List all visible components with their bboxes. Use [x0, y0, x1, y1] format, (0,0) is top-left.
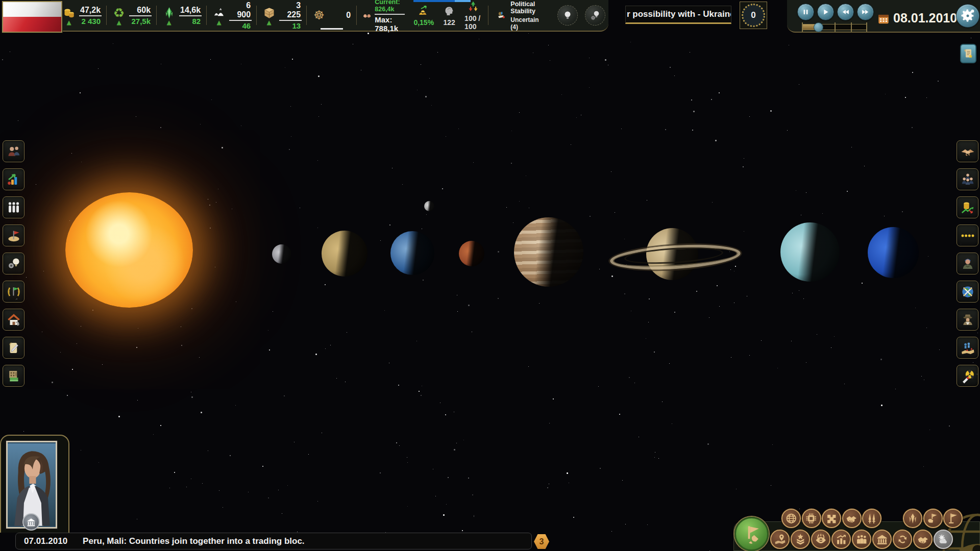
- star: [202, 483, 203, 484]
- mode-button-agreements[interactable]: [842, 509, 862, 528]
- star: [973, 362, 973, 363]
- event-ticker-text: r possibility with - Ukraine: [627, 9, 731, 19]
- sidebar-item-demographics[interactable]: [3, 196, 24, 218]
- planet-mercury[interactable]: [272, 244, 291, 264]
- sidebar-item-economy[interactable]: [3, 168, 24, 190]
- sidebar-item-regions[interactable]: [3, 224, 24, 246]
- mode-button-statistics[interactable]: [831, 530, 851, 549]
- planet-moon[interactable]: [424, 201, 434, 211]
- planet-mars[interactable]: [459, 241, 484, 266]
- star: [847, 191, 848, 192]
- mode-button-population[interactable]: [852, 530, 871, 549]
- mode-button-ranking[interactable]: [791, 530, 810, 549]
- mode-button-overwatch[interactable]: [811, 530, 830, 549]
- star: [844, 384, 845, 384]
- star: [553, 398, 554, 399]
- event-ticker[interactable]: r possibility with - Ukraine: [625, 6, 731, 24]
- research-block[interactable]: 122: [438, 5, 460, 27]
- resource-minerals[interactable]: ▲6 90046: [208, 0, 255, 31]
- sidebar-item-organizations[interactable]: [957, 168, 978, 190]
- sidebar-item-army[interactable]: [957, 253, 978, 274]
- news-ticker-bar[interactable]: 07.01.2010 Peru, Mali: Countries join to…: [15, 533, 532, 549]
- star: [561, 94, 562, 95]
- resource-goods[interactable]: ▲3 22513: [258, 0, 305, 31]
- country-flag-poland[interactable]: [2, 1, 62, 33]
- mode-button-claims[interactable]: [923, 509, 943, 528]
- news-message: Peru, Mali: Countries join together into…: [83, 536, 304, 546]
- sidebar-item-market[interactable]: [957, 196, 978, 218]
- planet-venus[interactable]: [322, 231, 368, 277]
- mode-button-world-overview[interactable]: [781, 509, 801, 528]
- population-block[interactable]: Current: 826,4k Max: 788,1k: [358, 0, 409, 33]
- star: [717, 285, 718, 286]
- mode-button-weather[interactable]: [934, 530, 953, 549]
- star: [456, 443, 457, 443]
- sidebar-item-diplomacy[interactable]: [957, 140, 978, 162]
- star: [208, 199, 208, 199]
- mode-button-territories[interactable]: [943, 509, 963, 528]
- mode-button-military[interactable]: [862, 509, 881, 528]
- star: [317, 160, 318, 161]
- news-count-badge[interactable]: 3: [534, 534, 549, 549]
- game-speed-slider[interactable]: [802, 24, 867, 30]
- sidebar-item-laws[interactable]: [3, 337, 24, 359]
- support-value: 100 / 100: [464, 14, 482, 31]
- planet-earth[interactable]: [390, 231, 434, 275]
- star: [268, 497, 269, 498]
- resource-treasury[interactable]: ▲47,2k2 430: [58, 0, 105, 31]
- play-button[interactable]: [817, 4, 834, 20]
- rewind-button[interactable]: [837, 4, 854, 20]
- star: [624, 293, 625, 294]
- star: [806, 192, 806, 193]
- resource-materials[interactable]: ♻▲60k27,5k: [108, 0, 155, 31]
- lightbulb-icon: [561, 9, 574, 21]
- star: [608, 65, 608, 65]
- auto-advisor-button[interactable]: [585, 5, 605, 26]
- sidebar-item-operations[interactable]: [957, 337, 978, 359]
- objectives-button[interactable]: [960, 44, 976, 63]
- star: [422, 229, 422, 229]
- nuclear-icon: [960, 368, 975, 384]
- sidebar-item-politics[interactable]: [3, 281, 24, 303]
- star: [284, 395, 285, 396]
- planet-jupiter[interactable]: [514, 217, 583, 287]
- ministry-badge[interactable]: [22, 513, 40, 531]
- planet-sun[interactable]: [65, 192, 193, 308]
- resource-navy[interactable]: ☸0: [308, 0, 355, 31]
- sidebar-item-more-options[interactable]: [957, 224, 978, 246]
- mode-button-cycles[interactable]: [893, 530, 912, 549]
- sidebar-item-strategic-weapons[interactable]: [957, 365, 978, 387]
- pending-events-badge[interactable]: 0: [740, 2, 767, 29]
- planet-uranus[interactable]: [780, 222, 840, 282]
- fast-forward-button[interactable]: [857, 4, 874, 20]
- sidebar-item-cabinet[interactable]: [3, 140, 24, 162]
- hint-button[interactable]: [557, 5, 578, 26]
- mode-button-world-map[interactable]: [770, 530, 790, 549]
- mode-button-resources[interactable]: [903, 509, 922, 528]
- slider-handle[interactable]: [814, 22, 823, 32]
- resource-value: 60k: [129, 6, 152, 16]
- star: [646, 338, 646, 339]
- mode-button-government[interactable]: [872, 530, 892, 549]
- sidebar-item-espionage[interactable]: [957, 309, 978, 331]
- growth-block[interactable]: 0,15%: [409, 5, 438, 27]
- map-mode-button[interactable]: [734, 517, 769, 551]
- mode-button-technology[interactable]: [802, 509, 821, 528]
- sidebar-item-research[interactable]: [3, 253, 24, 274]
- mode-button-trade[interactable]: [913, 530, 933, 549]
- slider-tick: [851, 22, 852, 32]
- sidebar-item-construction[interactable]: [3, 309, 24, 331]
- star: [730, 269, 731, 270]
- star: [734, 271, 734, 271]
- sidebar-item-war[interactable]: [957, 281, 978, 303]
- political-stability-block[interactable]: Political Stability Uncertain (4): [490, 1, 550, 31]
- star: [433, 469, 433, 469]
- pause-button[interactable]: [797, 4, 814, 20]
- sidebar-item-budget[interactable]: [3, 365, 24, 387]
- settings-button[interactable]: [956, 4, 979, 28]
- mode-button-production[interactable]: [822, 509, 841, 528]
- planet-neptune[interactable]: [868, 227, 919, 278]
- resource-rare-resources[interactable]: ▲14,6k82: [158, 0, 205, 31]
- support-block[interactable]: 100 / 100: [460, 1, 486, 31]
- selected-indicator: [321, 28, 343, 30]
